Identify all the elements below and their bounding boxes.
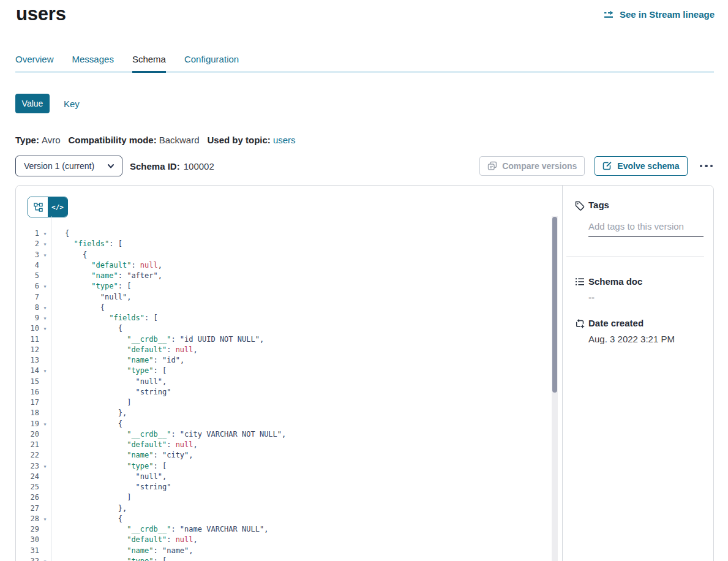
fold-spacer	[39, 292, 51, 303]
code-text: "type": [	[51, 461, 167, 472]
tab-schema[interactable]: Schema	[132, 54, 166, 73]
fold-toggle-icon[interactable]: ▾	[39, 239, 51, 249]
schema-page: users See in Stream lineage OverviewMess…	[0, 0, 728, 561]
line-number: 13	[16, 355, 39, 366]
line-number: 16	[16, 387, 39, 397]
edit-icon	[602, 161, 612, 171]
schema-sidebar: Tags Add tags to this version Schema doc…	[562, 186, 713, 561]
code-line: 9▾ "fields": [	[16, 313, 544, 323]
code-text: "null",	[51, 472, 167, 482]
stream-lineage-link[interactable]: See in Stream lineage	[604, 9, 715, 20]
code-text: "type": [	[51, 281, 131, 292]
code-view-icon: </>	[51, 203, 64, 211]
line-number: 26	[16, 492, 39, 503]
fold-toggle-icon[interactable]: ▾	[39, 281, 51, 292]
topic-link[interactable]: users	[273, 135, 296, 145]
code-text: {	[51, 419, 122, 429]
code-text: {	[51, 228, 69, 239]
line-number: 24	[16, 472, 39, 482]
code-line: 16 "string"	[16, 387, 544, 397]
schema-meta-row: Type:Avro Compatibility mode:Backward Us…	[15, 135, 304, 145]
fold-toggle-icon[interactable]: ▾	[39, 556, 51, 561]
code-text: "fields": [	[51, 313, 158, 323]
fold-toggle-icon[interactable]: ▾	[39, 228, 51, 239]
fold-toggle-icon[interactable]: ▾	[39, 250, 51, 260]
value-toggle-button[interactable]: Value	[15, 94, 50, 113]
code-text: "__crdb__": "city VARCHAR NOT NULL",	[51, 429, 286, 440]
line-number: 30	[16, 535, 39, 545]
code-text: "name": "city",	[51, 450, 193, 461]
compatibility-value: Backward	[159, 135, 200, 145]
tree-view-button[interactable]	[28, 197, 48, 217]
mode-toggle: Value Key	[15, 94, 80, 113]
line-number: 22	[16, 450, 39, 461]
fold-toggle-icon[interactable]: ▾	[39, 303, 51, 313]
line-number: 19	[16, 419, 39, 429]
code-lines: 1▾{2▾ "fields": [3▾ {4 "default": null,5…	[16, 228, 544, 561]
code-text: "__crdb__": "id UUID NOT NULL",	[51, 334, 264, 345]
code-text: "default": null,	[51, 260, 162, 271]
tags-input[interactable]: Add tags to this version	[588, 221, 684, 232]
line-number: 32	[16, 556, 39, 561]
code-line: 21 "default": null,	[16, 440, 544, 450]
version-select[interactable]: Version 1 (current)	[15, 156, 122, 176]
code-text: {	[51, 303, 105, 313]
line-number: 10	[16, 323, 39, 334]
code-text: "name": "after",	[51, 271, 162, 281]
type-value: Avro	[42, 135, 61, 145]
key-toggle-button[interactable]: Key	[64, 99, 80, 109]
code-line: 29 "__crdb__": "name VARCHAR NULL",	[16, 524, 544, 535]
date-created-value: Aug. 3 2022 3:21 PM	[588, 334, 675, 344]
code-text: },	[51, 408, 127, 418]
code-text: "null",	[51, 292, 131, 303]
fold-toggle-icon[interactable]: ▾	[39, 323, 51, 334]
schema-doc-value: --	[588, 292, 595, 303]
line-number: 7	[16, 292, 39, 303]
fold-toggle-icon[interactable]: ▾	[39, 461, 51, 472]
code-scrollbar-thumb[interactable]	[552, 217, 557, 393]
line-number: 27	[16, 503, 39, 514]
tab-rule	[15, 71, 714, 73]
fold-spacer	[39, 546, 51, 556]
tab-overview[interactable]: Overview	[15, 54, 54, 73]
fold-toggle-icon[interactable]: ▾	[39, 514, 51, 524]
code-line: 17 ]	[16, 397, 544, 408]
evolve-schema-button[interactable]: Evolve schema	[595, 156, 687, 176]
fold-spacer	[39, 492, 51, 503]
code-line: 32▾ "type": [	[16, 556, 544, 561]
fold-spacer	[39, 472, 51, 482]
code-view-button[interactable]: </>	[48, 197, 67, 217]
code-line: 15 "null",	[16, 377, 544, 387]
fold-spacer	[39, 397, 51, 408]
more-options-button[interactable]	[699, 162, 715, 170]
fold-spacer	[39, 334, 51, 345]
used-by-topic-label: Used by topic:	[208, 135, 271, 145]
line-number: 15	[16, 377, 39, 387]
fold-toggle-icon[interactable]: ▾	[39, 366, 51, 376]
compatibility-label: Compatibility mode:	[68, 135, 156, 145]
code-text: "name": "id",	[51, 355, 184, 366]
code-line: 31 "name": "name",	[16, 546, 544, 556]
tags-title: Tags	[588, 200, 609, 210]
schema-id-value: 100002	[184, 161, 214, 171]
fold-toggle-icon[interactable]: ▾	[39, 313, 51, 323]
code-text: "type": [	[51, 366, 167, 376]
line-number: 3	[16, 250, 39, 260]
code-line: 30 "default": null,	[16, 535, 544, 545]
code-line: 3▾ {	[16, 250, 544, 260]
line-number: 12	[16, 345, 39, 355]
fold-spacer	[39, 377, 51, 387]
code-text: {	[51, 250, 87, 260]
fold-toggle-icon[interactable]: ▾	[39, 419, 51, 429]
code-line: 25 "string"	[16, 482, 544, 492]
fold-spacer	[39, 524, 51, 535]
compare-versions-button[interactable]: Compare versions	[479, 156, 585, 176]
fold-spacer	[39, 345, 51, 355]
line-number: 5	[16, 271, 39, 281]
tab-messages[interactable]: Messages	[72, 54, 114, 73]
code-text: ]	[51, 492, 131, 503]
code-text: "default": null,	[51, 345, 198, 355]
tab-configuration[interactable]: Configuration	[184, 54, 239, 73]
schema-doc-title: Schema doc	[588, 276, 642, 287]
code-text: },	[51, 503, 127, 514]
